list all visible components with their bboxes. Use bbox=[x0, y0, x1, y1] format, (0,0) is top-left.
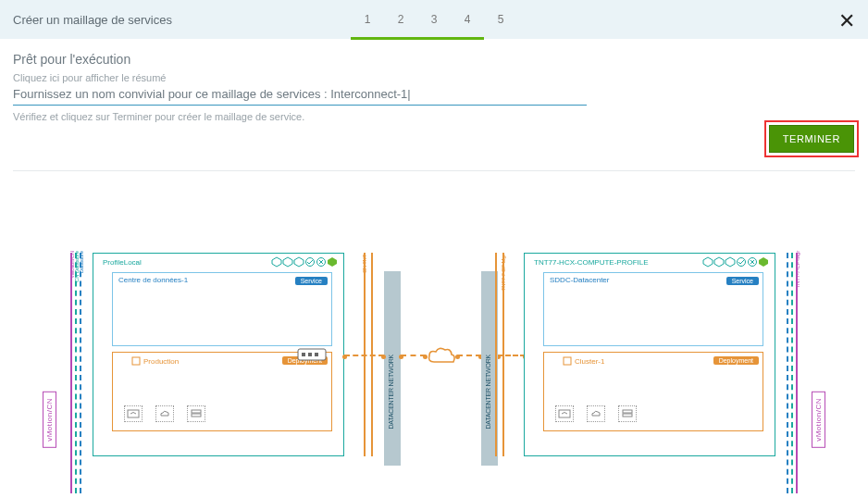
badge-circle-icon bbox=[316, 256, 327, 268]
right-cluster-box: Cluster-1 Deployment bbox=[543, 352, 763, 431]
action-area: TERMINER bbox=[0, 130, 868, 170]
svg-rect-8 bbox=[128, 410, 139, 417]
content-area: Prêt pour l'exécution Cliquez ici pour a… bbox=[0, 39, 868, 130]
name-label: Fournissez un nom convivial pour ce mail… bbox=[13, 87, 328, 101]
service-badges bbox=[702, 256, 769, 268]
svg-marker-2 bbox=[283, 257, 292, 267]
svg-rect-7 bbox=[132, 357, 140, 365]
svg-rect-12 bbox=[302, 353, 305, 356]
server-icon bbox=[618, 405, 637, 422]
left-dc-name: Centre de données-1 bbox=[118, 276, 188, 284]
service-badges bbox=[271, 256, 338, 268]
right-net-rail-a bbox=[502, 253, 504, 456]
svg-point-23 bbox=[738, 258, 746, 267]
svg-rect-28 bbox=[623, 410, 632, 413]
svg-point-4 bbox=[306, 258, 315, 267]
rail bbox=[791, 253, 793, 493]
svg-marker-21 bbox=[714, 257, 724, 267]
svg-rect-29 bbox=[623, 414, 632, 417]
step-progress-underline bbox=[351, 37, 484, 40]
badge-circle-icon bbox=[304, 256, 316, 268]
right-net-rail-b bbox=[495, 253, 497, 456]
cloud-icon bbox=[587, 405, 605, 422]
badge-hex-icon bbox=[271, 256, 282, 268]
svg-marker-1 bbox=[272, 257, 281, 267]
badge-green-icon bbox=[327, 256, 338, 268]
svg-rect-14 bbox=[315, 353, 318, 356]
step-2[interactable]: 2 bbox=[384, 0, 417, 39]
badge-green-icon bbox=[758, 256, 769, 268]
right-profile-name: TNT77-HCX-COMPUTE-PROFILE bbox=[534, 258, 649, 267]
summary-link[interactable]: Cliquez ici pour afficher le résumé bbox=[13, 72, 855, 83]
badge-hex-icon bbox=[702, 256, 713, 268]
net-col-right-label: DATACENTER NETWORK bbox=[485, 355, 491, 430]
connector bbox=[457, 355, 481, 356]
name-value: Interconnect-1 bbox=[330, 87, 407, 101]
left-datacenter-box: Centre de données-1 Service bbox=[112, 272, 332, 346]
left-rails bbox=[70, 253, 89, 493]
step-1[interactable]: 1 bbox=[351, 0, 384, 39]
badge-hex-icon bbox=[713, 256, 725, 268]
right-dc-badge: Service bbox=[726, 277, 759, 285]
server-icon bbox=[187, 405, 205, 422]
host-icon bbox=[555, 405, 574, 422]
step-4[interactable]: 4 bbox=[451, 0, 484, 39]
svg-marker-22 bbox=[725, 257, 735, 267]
right-cluster-badge: Deployment bbox=[713, 356, 759, 365]
wizard-steps: 1 2 3 4 5 bbox=[351, 0, 517, 39]
right-rails bbox=[779, 253, 798, 493]
topology-diagram: vMotion/CN ProfileLocal Centre de donnée… bbox=[0, 253, 868, 498]
cloud-icon bbox=[155, 405, 174, 422]
finish-highlight: TERMINER bbox=[764, 120, 859, 157]
left-side-label: vMotion/CN bbox=[43, 392, 56, 448]
net-col-left-label: DATACENTER NETWORK bbox=[388, 355, 394, 430]
close-icon[interactable]: ✕ bbox=[838, 9, 855, 33]
rail bbox=[787, 253, 788, 493]
rail-datastore bbox=[80, 253, 81, 493]
left-cluster-title: Production bbox=[131, 356, 179, 366]
connector bbox=[401, 355, 426, 356]
left-profile-name: ProfileLocal bbox=[103, 258, 142, 267]
right-profile-box: TNT77-HCX-COMPUTE-PROFILE SDDC-Datacente… bbox=[524, 253, 775, 456]
right-cluster-name: Cluster-1 bbox=[575, 357, 604, 366]
host-icon bbox=[124, 405, 143, 422]
name-input-row[interactable]: Fournissez un nom convivial pour ce mail… bbox=[13, 87, 587, 106]
svg-marker-25 bbox=[759, 257, 768, 267]
svg-rect-27 bbox=[559, 410, 570, 417]
finish-button[interactable]: TERMINER bbox=[769, 125, 854, 153]
divider bbox=[13, 170, 855, 171]
svg-rect-9 bbox=[192, 410, 201, 413]
cloud-center-icon bbox=[426, 345, 457, 370]
step-5[interactable]: 5 bbox=[484, 0, 517, 39]
rail-cn-datastore bbox=[75, 253, 77, 493]
svg-rect-10 bbox=[192, 414, 201, 417]
net-column-left: DATACENTER NETWORK bbox=[384, 271, 401, 466]
badge-hex-icon bbox=[282, 256, 293, 268]
badge-circle-icon bbox=[747, 256, 758, 268]
wizard-header: Créer un maillage de services 1 2 3 4 5 … bbox=[0, 0, 868, 39]
hint-text: Vérifiez et cliquez sur Terminer pour cr… bbox=[13, 111, 855, 122]
cursor: | bbox=[407, 87, 410, 101]
badge-circle-icon bbox=[736, 256, 747, 268]
left-profile-header: ProfileLocal bbox=[93, 254, 343, 270]
svg-marker-3 bbox=[294, 257, 304, 267]
right-profile-header: TNT77-HCX-COMPUTE-PROFILE bbox=[525, 254, 775, 270]
badge-hex-icon bbox=[293, 256, 304, 268]
right-side-label: vMotion/CN bbox=[812, 392, 825, 448]
right-dc-name: SDDC-Datacenter bbox=[550, 276, 609, 284]
svg-marker-20 bbox=[703, 257, 713, 267]
left-dc-badge: Service bbox=[295, 277, 328, 285]
svg-rect-26 bbox=[564, 357, 571, 365]
right-cluster-title: Cluster-1 bbox=[563, 356, 604, 366]
left-cluster-name: Production bbox=[143, 357, 179, 366]
rail-vmotion bbox=[70, 253, 72, 493]
rail-vmotion bbox=[796, 253, 798, 493]
svg-marker-6 bbox=[328, 257, 337, 267]
svg-rect-13 bbox=[308, 353, 312, 356]
step-3[interactable]: 3 bbox=[417, 0, 451, 39]
page-subtitle: Prêt pour l'exécution bbox=[13, 52, 855, 67]
badge-hex-icon bbox=[725, 256, 736, 268]
wizard-title: Créer un maillage de services bbox=[13, 13, 172, 27]
right-datacenter-box: SDDC-Datacenter Service bbox=[543, 272, 763, 346]
left-switch-icon bbox=[296, 343, 328, 367]
